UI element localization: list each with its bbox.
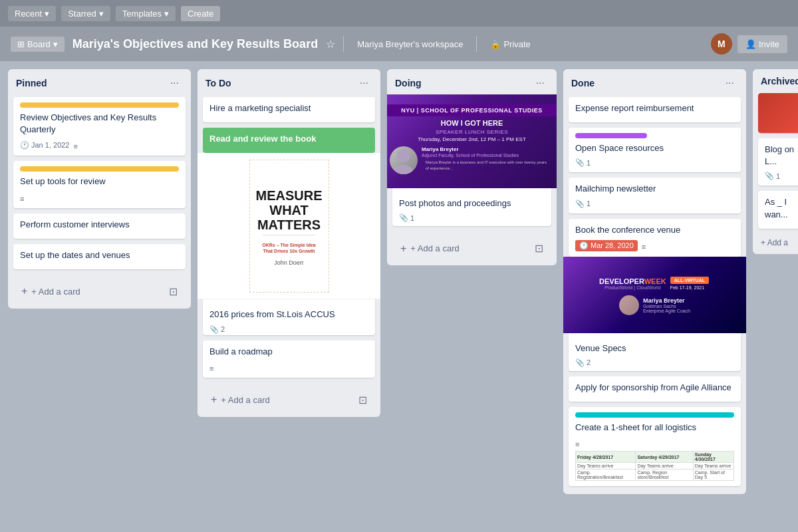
todo-add-card-btn[interactable]: + + Add a card ⊡: [203, 388, 375, 412]
nyu-person-name: Mariya Breyter: [422, 146, 554, 152]
templates-btn[interactable]: Templates ▾: [116, 6, 176, 21]
workspace-btn[interactable]: Mariya Breyter's workspace: [352, 37, 468, 52]
sat-row1: Day Teams arrive: [636, 463, 693, 469]
mini-table-row-1: Day Teams arrive Day Teams arrive Day Te…: [576, 463, 734, 469]
card-1-sheet[interactable]: Create a 1-sheet for all logistics ≡ Fri…: [569, 407, 741, 486]
privacy-label: Private: [503, 39, 530, 49]
date-value: Jan 1, 2022: [31, 141, 70, 149]
card-blog-title: Blog on L...: [765, 144, 797, 168]
create-label: Create: [188, 9, 213, 19]
starred-btn[interactable]: Starred ▾: [61, 6, 110, 21]
blog-attachment: 📎 1: [765, 172, 780, 180]
pinned-add-card-label: + Add a card: [31, 287, 80, 297]
card-label-teal: [575, 412, 734, 418]
add-icon-3: +: [400, 243, 406, 254]
card-dates-venues[interactable]: Set up the dates and venues: [13, 244, 186, 269]
board-star-icon[interactable]: ☆: [326, 38, 335, 51]
card-post-photos[interactable]: NYU | SCHOOL OF PROFESSIONAL STUDIES HOW…: [392, 94, 551, 226]
board-chevron: ▾: [53, 39, 58, 49]
card-post-photos-title: Post photos and proceedings: [399, 198, 545, 209]
mini-table-header-row: Friday 4/28/2017 Saturday 4/29/2017 Sund…: [576, 452, 734, 463]
column-todo-header: To Do ···: [198, 69, 380, 94]
templates-label: Templates: [122, 9, 162, 19]
venue-specs-attachment: 📎 2: [575, 358, 591, 367]
card-devweek[interactable]: DEVELOPERWEEK ProductWorld | CloudWorld …: [569, 257, 741, 371]
card-hire-marketing[interactable]: Hire a marketing specialist: [203, 97, 375, 122]
devweek-logos-block: DEVELOPERWEEK ProductWorld | CloudWorld: [599, 277, 666, 290]
card-open-space-meta: 📎 1: [575, 158, 734, 167]
board-view-btn[interactable]: ⊞ Board ▾: [11, 37, 65, 52]
card-mailchimp-title: Mailchimp newsletter: [575, 183, 734, 195]
card-build-roadmap[interactable]: Build a roadmap ≡: [203, 340, 375, 378]
attachment-count-3: 1: [587, 159, 591, 167]
mailchimp-attachment: 📎 1: [575, 200, 591, 208]
todo-add-card-label: + Add a card: [221, 395, 269, 405]
mini-table: Friday 4/28/2017 Saturday 4/29/2017 Sund…: [575, 451, 734, 481]
card-mailchimp-meta: 📎 1: [575, 200, 734, 208]
card-setup-tools[interactable]: Set up tools for review ≡: [13, 161, 186, 207]
card-label-purple: [575, 133, 647, 138]
attachment-icon-3: 📎: [575, 158, 585, 167]
card-sponsorship[interactable]: Apply for sponsorship from Agile Allianc…: [569, 376, 741, 402]
book-title-main: MeasureWhatMatters: [256, 188, 323, 232]
speaker-silhouette: [390, 146, 418, 174]
doing-add-card-btn[interactable]: + + Add a card ⊡: [392, 237, 551, 260]
column-pinned: Pinned ··· Review Objectives and Key Res…: [8, 69, 191, 309]
attachment-count-4: 1: [587, 200, 591, 207]
column-archived-cards: Blog on L... 📎 1 As _ I wan... + Add a: [753, 90, 798, 254]
templates-chevron: ▾: [164, 9, 169, 19]
template-icon-2: ⊡: [358, 394, 367, 406]
starred-chevron: ▾: [99, 9, 104, 19]
create-btn[interactable]: Create: [181, 6, 220, 21]
column-doing: Doing ··· NYU | SCHOOL OF PROFESSIONAL S…: [387, 69, 557, 265]
template-icon-3: ⊡: [535, 242, 543, 255]
column-done-menu-btn[interactable]: ···: [722, 76, 738, 90]
card-1-sheet-meta: ≡: [575, 438, 734, 448]
sun-row1: Day Teams arrive: [693, 463, 733, 469]
column-pinned-menu-btn[interactable]: ···: [166, 76, 183, 90]
card-review-okr[interactable]: Review Objectives and Key Results Quarte…: [13, 97, 186, 156]
clock-icon-2: 🕐: [579, 241, 589, 250]
column-pinned-header: Pinned ···: [8, 69, 191, 94]
book-image-container: MeasureWhatMatters OKRs – The Simple Ide…: [198, 153, 380, 299]
col-sunday: Sunday 4/30/2017: [693, 452, 733, 463]
card-customer-interviews[interactable]: Perform customer interviews: [13, 213, 186, 239]
board-header: ⊞ Board ▾ Mariya's Objectives and Key Re…: [0, 27, 798, 61]
column-done-title: Done: [571, 78, 595, 88]
card-book-image[interactable]: MeasureWhatMatters OKRs – The Simple Ide…: [203, 153, 375, 334]
card-mailchimp[interactable]: Mailchimp newsletter 📎 1: [569, 178, 741, 213]
column-todo-menu-btn[interactable]: ···: [356, 76, 372, 90]
devweek-logo: DEVELOPERWEEK: [599, 277, 666, 285]
divider-1: [343, 36, 344, 52]
card-1-sheet-title: Create a 1-sheet for all logistics: [575, 422, 734, 434]
card-as-i-want[interactable]: As _ I wan...: [758, 191, 798, 228]
nyu-bio-text: Mariya Breyter is a business and IT exec…: [422, 158, 554, 172]
avatar[interactable]: M: [711, 33, 732, 55]
recent-btn[interactable]: Recent ▾: [8, 6, 56, 21]
card-dates-venues-title: Set up the dates and venues: [20, 249, 179, 261]
open-space-attachment: 📎 1: [575, 158, 591, 167]
card-label-yellow: [20, 102, 179, 108]
card-archived-red[interactable]: [758, 93, 798, 133]
top-nav: Recent ▾ Starred ▾ Templates ▾ Create: [0, 0, 798, 27]
column-done: Done ··· Expense report reimbursement Op…: [563, 69, 746, 494]
card-book-venue[interactable]: Book the conference venue 🕐 Mar 28, 2020…: [569, 219, 741, 257]
card-label-yellow-2: [20, 166, 179, 172]
devweek-sub-logos: ProductWorld | CloudWorld: [599, 285, 666, 290]
nyu-event-date: Thursday, December 2nd, 12 PM – 1 PM EST: [414, 136, 530, 145]
privacy-btn[interactable]: 🔒 Private: [485, 37, 535, 52]
column-archived-title: Archived: [761, 76, 798, 86]
nyu-person-info: Mariya Breyter Adjunct Faculty, School o…: [422, 146, 554, 172]
date-badge-value: Mar 28, 2020: [591, 241, 634, 249]
book-attachment: 📎 2: [209, 325, 225, 334]
card-blog[interactable]: Blog on L... 📎 1: [758, 138, 798, 186]
column-doing-menu-btn[interactable]: ···: [532, 76, 549, 90]
card-date: 🕐 Jan 1, 2022: [20, 141, 70, 150]
archived-add-card[interactable]: + Add a: [758, 234, 798, 251]
card-expense-report[interactable]: Expense report reimbursement: [569, 97, 741, 122]
card-read-book[interactable]: Read and review the book: [203, 128, 375, 153]
desc-icon-3: ≡: [209, 364, 213, 372]
card-open-space[interactable]: Open Space resources 📎 1: [569, 128, 741, 172]
invite-btn[interactable]: 👤 Invite: [737, 35, 787, 53]
pinned-add-card-btn[interactable]: + + Add a card ⊡: [13, 280, 186, 303]
